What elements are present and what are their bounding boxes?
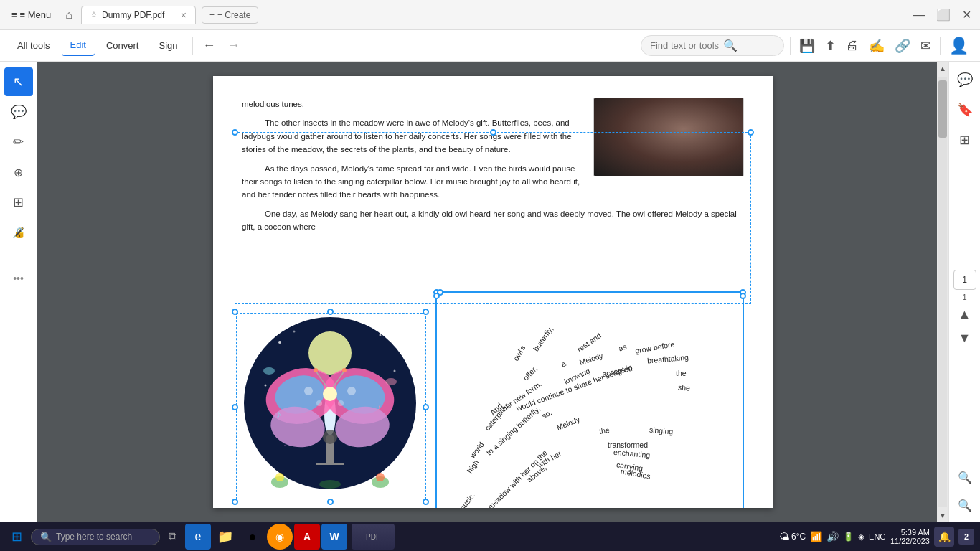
notification-button[interactable]: 🔔 bbox=[934, 527, 954, 547]
convert-button[interactable]: Convert bbox=[98, 36, 148, 55]
rotated-text-block: butterfly, rest and as grow before owl's… bbox=[435, 291, 744, 508]
upload-icon[interactable]: ⬆ bbox=[822, 35, 839, 57]
minimize-button[interactable]: — bbox=[910, 6, 928, 24]
handle-ml-img bbox=[232, 404, 238, 410]
butterfly-svg: ♪ ♪ ♩ bbox=[237, 314, 423, 496]
link-icon[interactable]: 🔗 bbox=[892, 35, 913, 57]
taskbar-search[interactable]: 🔍 Type here to search bbox=[31, 529, 160, 545]
forward-button[interactable]: → bbox=[223, 37, 245, 55]
svg-point-4 bbox=[394, 370, 396, 372]
chrome-app[interactable]: ● bbox=[240, 524, 265, 550]
taskbar-apps: e 📁 ● ◉ A W PDF bbox=[185, 524, 395, 550]
grid-panel-btn[interactable]: ⊞ bbox=[955, 128, 974, 152]
scrollbar-thumb[interactable] bbox=[938, 80, 947, 138]
scroll-up-arrow[interactable]: ▲ bbox=[936, 62, 948, 75]
rot-text-so: so, bbox=[540, 408, 553, 420]
page-up-btn[interactable]: ▲ bbox=[956, 304, 974, 325]
pdf-page: melodious tunes. The other insects in th… bbox=[213, 76, 773, 508]
left-sidebar: ↖ 💬 ✏ ⊕ ⊞ 🔏 ••• bbox=[0, 62, 37, 522]
svg-point-35 bbox=[385, 378, 397, 385]
rot-text-owls: owl's bbox=[512, 344, 527, 362]
divider-3 bbox=[940, 37, 941, 55]
all-tools-button[interactable]: All tools bbox=[9, 36, 59, 55]
bookmark-panel-btn[interactable]: 🔖 bbox=[953, 98, 977, 122]
stamp-tool[interactable]: 🔏 bbox=[4, 218, 33, 247]
rot-text-high: high bbox=[465, 458, 480, 474]
zoom-in-btn[interactable]: 🔍 bbox=[953, 466, 976, 489]
scroll-down-arrow[interactable]: ▼ bbox=[936, 509, 948, 522]
page-nav: 1 1 ▲ ▼ bbox=[953, 264, 976, 354]
svg-point-14 bbox=[304, 387, 313, 395]
notification-count-badge[interactable]: 2 bbox=[958, 529, 974, 545]
svg-point-33 bbox=[319, 480, 341, 489]
link-tool[interactable]: ⊕ bbox=[4, 158, 33, 187]
edge-app[interactable]: e bbox=[185, 524, 211, 550]
file-explorer-app[interactable]: 📁 bbox=[212, 524, 238, 550]
butterfly-image-container: ♪ ♪ ♩ bbox=[236, 313, 426, 499]
sign-doc-icon[interactable]: ✍ bbox=[866, 35, 887, 57]
print-icon[interactable]: 🖨 bbox=[843, 35, 862, 56]
rot-text-as: as bbox=[617, 342, 628, 352]
page-number-box: 1 bbox=[953, 270, 976, 290]
tab-close-button[interactable]: × bbox=[181, 9, 187, 21]
svg-point-21 bbox=[314, 368, 318, 372]
weather-widget[interactable]: 🌤 6°C bbox=[779, 531, 806, 542]
search-bar[interactable]: Find text or tools 🔍 bbox=[641, 35, 784, 56]
close-window-button[interactable]: ✕ bbox=[959, 5, 974, 24]
start-button[interactable]: ⊞ bbox=[6, 526, 28, 547]
page-down-btn[interactable]: ▼ bbox=[956, 328, 974, 349]
right-panel: 💬 🔖 ⊞ 1 1 ▲ ▼ 🔍 🔍- bbox=[948, 62, 980, 522]
handle-bm-img bbox=[327, 499, 334, 505]
zoom-out-btn[interactable]: 🔍- bbox=[953, 494, 976, 517]
notif-icon: 🔔 bbox=[938, 531, 951, 542]
svg-point-3 bbox=[380, 334, 382, 336]
divider-2 bbox=[790, 37, 791, 55]
maximize-button[interactable]: ⬜ bbox=[933, 5, 953, 24]
rh-tl bbox=[433, 289, 440, 296]
window-preview[interactable]: PDF bbox=[352, 524, 395, 550]
rot-text-grow: grow before bbox=[634, 339, 675, 354]
handle-tl-img bbox=[232, 309, 238, 315]
cursor-tool[interactable]: ↖ bbox=[4, 67, 33, 96]
acrobat-app[interactable]: A bbox=[294, 524, 320, 550]
home-button[interactable]: ⌂ bbox=[62, 6, 75, 24]
taskbar-time[interactable]: 5:39 AM 11/22/2023 bbox=[890, 528, 930, 545]
more-tools[interactable]: ••• bbox=[4, 264, 33, 293]
save-icon[interactable]: 💾 bbox=[796, 35, 818, 57]
weather-icon: 🌤 bbox=[779, 531, 789, 542]
browser-tab[interactable]: ☆ Dummy PDF.pdf × bbox=[81, 6, 196, 24]
pen-tool[interactable]: ✏ bbox=[4, 128, 33, 156]
sign-button[interactable]: Sign bbox=[150, 36, 186, 55]
hamburger-icon: ≡ bbox=[11, 9, 17, 20]
taskbar: ⊞ 🔍 Type here to search ⧉ e 📁 ● ◉ A W PD… bbox=[0, 522, 980, 551]
language-icon: ENG bbox=[869, 532, 886, 541]
word-app[interactable]: W bbox=[321, 524, 347, 550]
rh-tm bbox=[437, 289, 443, 296]
rot-text-music: music. bbox=[456, 491, 476, 508]
ai-tool[interactable]: ⊞ bbox=[4, 188, 33, 217]
rot-text-enchanting: enchanting bbox=[613, 448, 651, 459]
svg-text:♪: ♪ bbox=[276, 408, 281, 420]
profile-icon[interactable]: 👤 bbox=[946, 34, 971, 58]
comment-tool[interactable]: 💬 bbox=[4, 98, 33, 126]
svg-point-15 bbox=[347, 387, 356, 395]
svg-point-17 bbox=[338, 400, 344, 406]
temperature: 6°C bbox=[791, 532, 806, 542]
handle-mr-img bbox=[423, 404, 429, 410]
new-tab-button[interactable]: + + Create bbox=[202, 6, 258, 24]
svg-point-5 bbox=[265, 385, 267, 387]
svg-point-32 bbox=[376, 473, 385, 481]
svg-point-18 bbox=[323, 387, 337, 401]
edit-button[interactable]: Edit bbox=[62, 35, 95, 56]
back-button[interactable]: ← bbox=[199, 37, 220, 55]
handle-bl-img bbox=[232, 499, 238, 505]
pwa-app[interactable]: ◉ bbox=[267, 524, 293, 550]
rot-text-melody1: Melody bbox=[578, 351, 604, 367]
email-icon[interactable]: ✉ bbox=[918, 35, 934, 57]
svg-point-16 bbox=[316, 400, 322, 406]
task-view-button[interactable]: ⧉ bbox=[163, 527, 182, 546]
nav-buttons: ← → bbox=[199, 37, 245, 55]
comment-panel-btn[interactable]: 💬 bbox=[953, 67, 977, 92]
menu-button[interactable]: ≡ ≡ Menu bbox=[6, 6, 57, 23]
pdf-area[interactable]: ▲ ▼ melodious tunes. The other insects i… bbox=[37, 62, 948, 522]
